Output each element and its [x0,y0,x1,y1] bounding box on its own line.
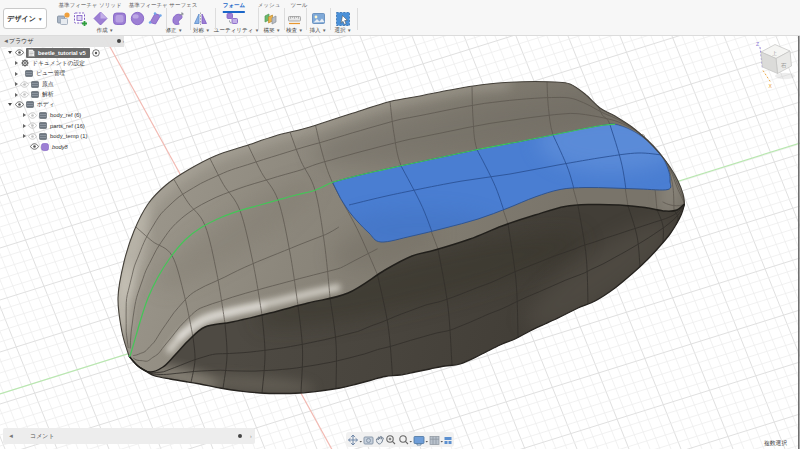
svg-text:上: 上 [772,50,777,56]
svg-text:X: X [769,83,773,89]
svg-text:右: 右 [781,62,787,68]
svg-text:Z: Z [756,41,759,47]
